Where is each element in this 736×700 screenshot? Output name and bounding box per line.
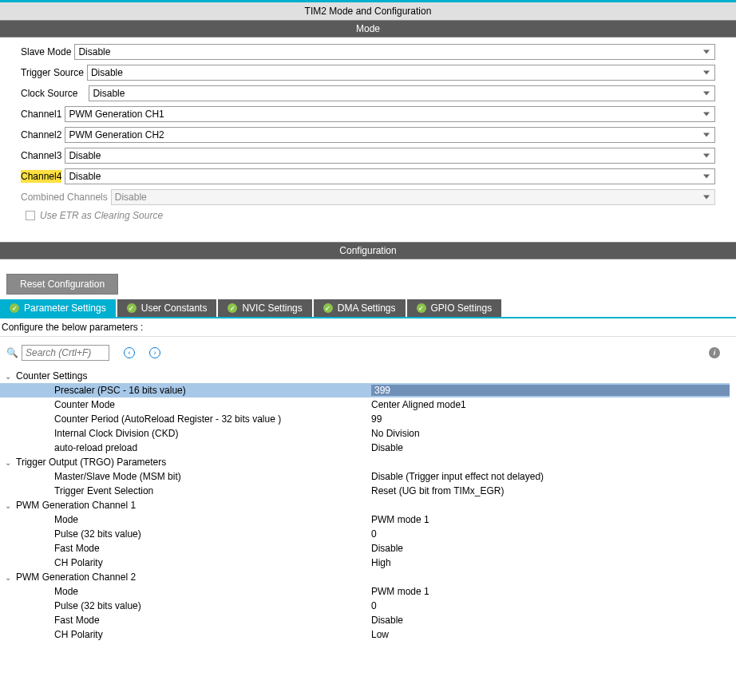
param-value[interactable]: Center Aligned mode1 — [371, 399, 730, 410]
search-input[interactable] — [22, 345, 109, 361]
params-tree: ⌄Counter SettingsPrescaler (PSC - 16 bit… — [0, 369, 736, 642]
etr-check-label: Use ETR as Clearing Source — [40, 210, 163, 221]
channel2-select[interactable]: PWM Generation CH2 — [65, 127, 715, 143]
param-row[interactable]: Pulse (32 bits value)0 — [0, 599, 730, 613]
tab-label: Parameter Settings — [24, 303, 106, 314]
param-row[interactable]: Master/Slave Mode (MSM bit)Disable (Trig… — [0, 469, 730, 484]
slave-mode-select[interactable]: Disable — [74, 44, 715, 60]
mode-header: Mode — [0, 20, 736, 38]
configure-subtext: Configure the below parameters : — [0, 318, 736, 337]
group-title: Trigger Output (TRGO) Parameters — [16, 457, 166, 468]
param-value[interactable]: Disable — [371, 615, 730, 626]
config-tabs: Parameter Settings User Constants NVIC S… — [0, 299, 736, 318]
info-icon[interactable]: i — [709, 347, 720, 358]
param-value[interactable]: Reset (UG bit from TIMx_EGR) — [371, 485, 730, 496]
param-group[interactable]: ⌄Trigger Output (TRGO) Parameters — [0, 455, 730, 469]
param-row[interactable]: ModePWM mode 1 — [0, 584, 730, 599]
reset-configuration-button[interactable]: Reset Configuration — [6, 274, 118, 295]
chevron-down-icon: ⌄ — [5, 573, 13, 582]
param-value[interactable]: 0 — [371, 600, 730, 611]
param-value[interactable]: Disable (Trigger input effect not delaye… — [371, 471, 730, 482]
param-value[interactable]: PWM mode 1 — [371, 514, 730, 525]
param-name: Prescaler (PSC - 16 bits value) — [0, 385, 371, 396]
chevron-down-icon: ⌄ — [5, 501, 13, 510]
trigger-source-select[interactable]: Disable — [87, 65, 715, 81]
param-value[interactable]: No Division — [371, 428, 730, 439]
param-name: Mode — [0, 514, 371, 525]
combined-channels-select: Disable — [111, 189, 715, 205]
param-value[interactable]: 0 — [371, 528, 730, 540]
group-title: PWM Generation Channel 1 — [16, 500, 136, 511]
tab-label: NVIC Settings — [242, 303, 302, 314]
tab-parameter-settings[interactable]: Parameter Settings — [0, 299, 116, 317]
param-row[interactable]: Trigger Event SelectionReset (UG bit fro… — [0, 484, 730, 498]
param-row[interactable]: Fast ModeDisable — [0, 613, 730, 627]
check-icon — [417, 303, 426, 313]
param-row[interactable]: Prescaler (PSC - 16 bits value)399 — [0, 383, 730, 397]
param-row[interactable]: Counter Period (AutoReload Register - 32… — [0, 412, 730, 426]
clock-source-label: Clock Source — [21, 88, 77, 99]
param-group[interactable]: ⌄PWM Generation Channel 1 — [0, 498, 730, 512]
param-name: Pulse (32 bits value) — [0, 528, 371, 540]
group-title: Counter Settings — [16, 370, 87, 382]
param-group[interactable]: ⌄Counter Settings — [0, 369, 730, 383]
search-icon: 🔍 — [6, 347, 18, 358]
param-value[interactable]: Disable — [371, 442, 730, 453]
channel3-label: Channel3 — [21, 150, 61, 161]
param-row[interactable]: Internal Clock Division (CKD)No Division — [0, 426, 730, 441]
param-name: Trigger Event Selection — [0, 485, 371, 496]
channel1-label: Channel1 — [21, 109, 61, 120]
slave-mode-label: Slave Mode — [21, 46, 71, 57]
param-name: Pulse (32 bits value) — [0, 600, 371, 611]
param-row[interactable]: CH PolarityLow — [0, 627, 730, 642]
tab-gpio-settings[interactable]: GPIO Settings — [407, 299, 502, 317]
tab-user-constants[interactable]: User Constants — [117, 299, 217, 317]
clock-source-select[interactable]: Disable — [89, 85, 715, 101]
chevron-down-icon: ⌄ — [5, 458, 13, 467]
channel4-label: Channel4 — [21, 170, 61, 183]
param-value[interactable]: 99 — [371, 413, 730, 425]
param-name: Fast Mode — [0, 615, 371, 626]
tab-dma-settings[interactable]: DMA Settings — [314, 299, 406, 317]
param-name: Mode — [0, 586, 371, 597]
tab-nvic-settings[interactable]: NVIC Settings — [218, 299, 311, 317]
channel2-label: Channel2 — [21, 129, 61, 140]
param-name: CH Polarity — [0, 629, 371, 640]
param-name: Internal Clock Division (CKD) — [0, 428, 371, 439]
param-name: Counter Mode — [0, 399, 371, 410]
chevron-down-icon: ⌄ — [5, 372, 13, 381]
param-row[interactable]: Pulse (32 bits value)0 — [0, 527, 730, 541]
window-title: TIM2 Mode and Configuration — [0, 0, 736, 20]
param-name: CH Polarity — [0, 557, 371, 568]
prev-icon[interactable]: ‹ — [124, 347, 135, 358]
check-icon — [127, 303, 137, 313]
param-name: Master/Slave Mode (MSM bit) — [0, 471, 371, 482]
param-value[interactable]: PWM mode 1 — [371, 586, 730, 597]
check-icon — [228, 303, 237, 313]
param-row[interactable]: auto-reload preloadDisable — [0, 441, 730, 455]
channel3-select[interactable]: Disable — [65, 148, 715, 164]
trigger-source-label: Trigger Source — [21, 67, 84, 78]
param-row[interactable]: Fast ModeDisable — [0, 541, 730, 556]
config-header: Configuration — [0, 242, 736, 259]
group-title: PWM Generation Channel 2 — [16, 571, 136, 583]
param-name: auto-reload preload — [0, 442, 371, 453]
param-value[interactable]: High — [371, 557, 730, 568]
param-row[interactable]: ModePWM mode 1 — [0, 512, 730, 527]
param-value[interactable]: Disable — [371, 543, 730, 554]
next-icon[interactable]: › — [149, 347, 160, 358]
check-icon — [323, 303, 333, 313]
combined-channels-label: Combined Channels — [21, 192, 108, 203]
param-value[interactable]: 399 — [371, 385, 730, 396]
param-value[interactable]: Low — [371, 629, 730, 640]
check-icon — [10, 303, 19, 313]
tab-label: DMA Settings — [338, 303, 396, 314]
param-name: Counter Period (AutoReload Register - 32… — [0, 413, 371, 425]
tab-label: User Constants — [141, 303, 208, 314]
channel4-select[interactable]: Disable — [65, 168, 715, 184]
param-row[interactable]: CH PolarityHigh — [0, 556, 730, 570]
param-row[interactable]: Counter ModeCenter Aligned mode1 — [0, 397, 730, 412]
param-group[interactable]: ⌄PWM Generation Channel 2 — [0, 570, 730, 584]
etr-checkbox — [26, 211, 35, 220]
channel1-select[interactable]: PWM Generation CH1 — [65, 106, 715, 122]
